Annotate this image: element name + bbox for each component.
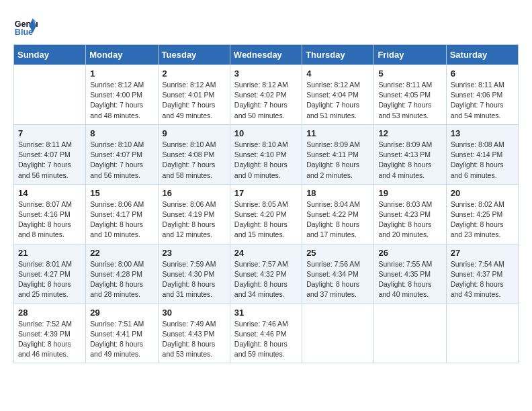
day-number: 20: [451, 188, 515, 198]
day-number: 14: [18, 188, 82, 198]
day-number: 5: [378, 68, 442, 79]
calendar-cell: 17Sunrise: 8:05 AM Sunset: 4:20 PM Dayli…: [230, 184, 302, 244]
day-info: Sunrise: 8:02 AM Sunset: 4:25 PM Dayligh…: [451, 199, 515, 240]
day-info: Sunrise: 8:11 AM Sunset: 4:05 PM Dayligh…: [378, 80, 442, 121]
day-info: Sunrise: 7:46 AM Sunset: 4:46 PM Dayligh…: [234, 319, 298, 360]
calendar-cell: 14Sunrise: 8:07 AM Sunset: 4:16 PM Dayli…: [14, 184, 86, 244]
day-info: Sunrise: 7:56 AM Sunset: 4:34 PM Dayligh…: [306, 259, 370, 300]
day-info: Sunrise: 7:59 AM Sunset: 4:30 PM Dayligh…: [163, 259, 226, 300]
day-info: Sunrise: 8:05 AM Sunset: 4:20 PM Dayligh…: [234, 199, 298, 240]
day-number: 3: [234, 68, 298, 79]
calendar-cell: 1Sunrise: 8:12 AM Sunset: 4:00 PM Daylig…: [86, 65, 158, 125]
day-info: Sunrise: 7:57 AM Sunset: 4:32 PM Dayligh…: [234, 259, 298, 300]
day-number: 28: [18, 308, 82, 318]
day-info: Sunrise: 8:12 AM Sunset: 4:00 PM Dayligh…: [90, 80, 154, 121]
day-info: Sunrise: 8:06 AM Sunset: 4:17 PM Dayligh…: [90, 199, 154, 240]
calendar-cell: 3Sunrise: 8:12 AM Sunset: 4:02 PM Daylig…: [230, 65, 302, 125]
day-number: 23: [163, 248, 226, 258]
day-info: Sunrise: 8:12 AM Sunset: 4:02 PM Dayligh…: [234, 80, 298, 121]
calendar-week-row: 21Sunrise: 8:01 AM Sunset: 4:27 PM Dayli…: [14, 244, 519, 304]
calendar-header-row: SundayMondayTuesdayWednesdayThursdayFrid…: [14, 45, 519, 65]
calendar-cell: 5Sunrise: 8:11 AM Sunset: 4:05 PM Daylig…: [374, 65, 446, 125]
day-info: Sunrise: 7:54 AM Sunset: 4:37 PM Dayligh…: [451, 259, 515, 300]
calendar-cell: 22Sunrise: 8:00 AM Sunset: 4:28 PM Dayli…: [86, 244, 158, 304]
day-number: 13: [451, 128, 515, 138]
day-info: Sunrise: 8:10 AM Sunset: 4:10 PM Dayligh…: [234, 140, 298, 181]
day-number: 19: [378, 188, 442, 198]
calendar-week-row: 28Sunrise: 7:52 AM Sunset: 4:39 PM Dayli…: [14, 304, 519, 363]
logo-icon: General Blue: [13, 13, 38, 38]
calendar-cell: 10Sunrise: 8:10 AM Sunset: 4:10 PM Dayli…: [230, 124, 302, 184]
weekday-header-friday: Friday: [374, 45, 446, 65]
weekday-header-saturday: Saturday: [446, 45, 518, 65]
calendar-cell: 6Sunrise: 8:11 AM Sunset: 4:06 PM Daylig…: [446, 65, 518, 125]
day-info: Sunrise: 8:12 AM Sunset: 4:01 PM Dayligh…: [163, 80, 226, 121]
day-number: 6: [451, 68, 515, 79]
weekday-header-monday: Monday: [86, 45, 158, 65]
day-info: Sunrise: 8:07 AM Sunset: 4:16 PM Dayligh…: [18, 199, 82, 240]
calendar-cell: 18Sunrise: 8:04 AM Sunset: 4:22 PM Dayli…: [302, 184, 374, 244]
calendar-cell: 26Sunrise: 7:55 AM Sunset: 4:35 PM Dayli…: [374, 244, 446, 304]
day-info: Sunrise: 8:06 AM Sunset: 4:19 PM Dayligh…: [163, 199, 226, 240]
calendar-cell: 19Sunrise: 8:03 AM Sunset: 4:23 PM Dayli…: [374, 184, 446, 244]
calendar-cell: 11Sunrise: 8:09 AM Sunset: 4:11 PM Dayli…: [302, 124, 374, 184]
calendar-week-row: 14Sunrise: 8:07 AM Sunset: 4:16 PM Dayli…: [14, 184, 519, 244]
day-info: Sunrise: 8:01 AM Sunset: 4:27 PM Dayligh…: [18, 259, 82, 300]
page-header: General Blue: [13, 13, 519, 38]
day-info: Sunrise: 8:04 AM Sunset: 4:22 PM Dayligh…: [306, 199, 370, 240]
day-info: Sunrise: 7:49 AM Sunset: 4:43 PM Dayligh…: [163, 319, 226, 360]
calendar-cell: 28Sunrise: 7:52 AM Sunset: 4:39 PM Dayli…: [14, 304, 86, 363]
day-info: Sunrise: 8:12 AM Sunset: 4:04 PM Dayligh…: [306, 80, 370, 121]
calendar-cell: 21Sunrise: 8:01 AM Sunset: 4:27 PM Dayli…: [14, 244, 86, 304]
calendar-cell: 29Sunrise: 7:51 AM Sunset: 4:41 PM Dayli…: [86, 304, 158, 363]
calendar-cell: [302, 304, 374, 363]
calendar-cell: 30Sunrise: 7:49 AM Sunset: 4:43 PM Dayli…: [158, 304, 230, 363]
calendar-table: SundayMondayTuesdayWednesdayThursdayFrid…: [13, 44, 519, 363]
calendar-cell: 13Sunrise: 8:08 AM Sunset: 4:14 PM Dayli…: [446, 124, 518, 184]
day-info: Sunrise: 8:09 AM Sunset: 4:13 PM Dayligh…: [378, 140, 442, 181]
calendar-cell: 25Sunrise: 7:56 AM Sunset: 4:34 PM Dayli…: [302, 244, 374, 304]
calendar-cell: 31Sunrise: 7:46 AM Sunset: 4:46 PM Dayli…: [230, 304, 302, 363]
day-info: Sunrise: 8:11 AM Sunset: 4:06 PM Dayligh…: [451, 80, 515, 121]
day-number: 29: [90, 308, 154, 318]
day-number: 7: [18, 128, 82, 138]
day-number: 15: [90, 188, 154, 198]
calendar-cell: [374, 304, 446, 363]
calendar-cell: 4Sunrise: 8:12 AM Sunset: 4:04 PM Daylig…: [302, 65, 374, 125]
day-number: 21: [18, 248, 82, 258]
calendar-cell: 2Sunrise: 8:12 AM Sunset: 4:01 PM Daylig…: [158, 65, 230, 125]
calendar-cell: 27Sunrise: 7:54 AM Sunset: 4:37 PM Dayli…: [446, 244, 518, 304]
day-info: Sunrise: 8:03 AM Sunset: 4:23 PM Dayligh…: [378, 199, 442, 240]
calendar-cell: 23Sunrise: 7:59 AM Sunset: 4:30 PM Dayli…: [158, 244, 230, 304]
day-number: 12: [378, 128, 442, 138]
day-number: 22: [90, 248, 154, 258]
calendar-cell: 8Sunrise: 8:10 AM Sunset: 4:07 PM Daylig…: [86, 124, 158, 184]
day-number: 17: [234, 188, 298, 198]
calendar-cell: 9Sunrise: 8:10 AM Sunset: 4:08 PM Daylig…: [158, 124, 230, 184]
day-number: 18: [306, 188, 370, 198]
day-info: Sunrise: 8:00 AM Sunset: 4:28 PM Dayligh…: [90, 259, 154, 300]
day-info: Sunrise: 7:51 AM Sunset: 4:41 PM Dayligh…: [90, 319, 154, 360]
day-number: 27: [451, 248, 515, 258]
day-number: 1: [90, 68, 154, 79]
weekday-header-sunday: Sunday: [14, 45, 86, 65]
day-number: 11: [306, 128, 370, 138]
day-number: 30: [163, 308, 226, 318]
day-number: 26: [378, 248, 442, 258]
calendar-cell: [14, 65, 86, 125]
day-number: 4: [306, 68, 370, 79]
day-number: 2: [163, 68, 226, 79]
day-number: 25: [306, 248, 370, 258]
calendar-week-row: 7Sunrise: 8:11 AM Sunset: 4:07 PM Daylig…: [14, 124, 519, 184]
day-info: Sunrise: 7:52 AM Sunset: 4:39 PM Dayligh…: [18, 319, 82, 360]
svg-text:Blue: Blue: [15, 28, 33, 37]
day-info: Sunrise: 8:10 AM Sunset: 4:07 PM Dayligh…: [90, 140, 154, 181]
day-number: 16: [163, 188, 226, 198]
weekday-header-tuesday: Tuesday: [158, 45, 230, 65]
day-number: 8: [90, 128, 154, 138]
day-number: 10: [234, 128, 298, 138]
calendar-week-row: 1Sunrise: 8:12 AM Sunset: 4:00 PM Daylig…: [14, 65, 519, 125]
calendar-cell: [446, 304, 518, 363]
weekday-header-wednesday: Wednesday: [230, 45, 302, 65]
day-number: 31: [234, 308, 298, 318]
